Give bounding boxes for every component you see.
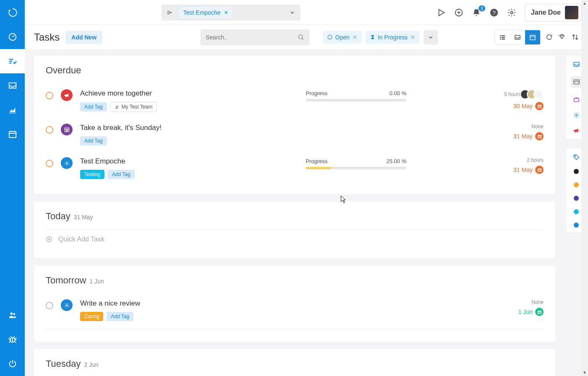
task-row[interactable]: Test Empoche Testing Add Tag Progress25.… xyxy=(46,151,544,185)
app-logo[interactable] xyxy=(0,0,25,25)
play-icon[interactable] xyxy=(437,8,446,17)
context-selector[interactable]: Test Empoche ✕ xyxy=(161,5,300,21)
calendar-star-icon xyxy=(61,124,73,135)
rail-bullhorn-icon[interactable] xyxy=(573,127,580,134)
sidebar-team-icon[interactable] xyxy=(0,303,25,327)
context-chip[interactable]: Test Empoche ✕ xyxy=(179,7,232,18)
task-hours: 5 hours xyxy=(504,91,521,97)
sidebar-analytics-icon[interactable] xyxy=(0,98,25,122)
task-date[interactable]: 30 May xyxy=(513,102,544,110)
svg-line-17 xyxy=(14,342,16,343)
svg-point-70 xyxy=(575,114,577,116)
task-checkbox[interactable] xyxy=(46,126,53,134)
filter-open-label: Open xyxy=(335,34,349,41)
rail-dot-orange[interactable] xyxy=(574,182,579,187)
tag-testing[interactable]: Testing xyxy=(80,170,104,179)
sort-icon[interactable] xyxy=(572,34,579,41)
filter-inprogress-close-icon[interactable]: ✕ xyxy=(410,34,415,41)
add-new-button[interactable]: Add New xyxy=(65,31,102,44)
context-chip-label: Test Empoche xyxy=(183,9,221,16)
tags-icon[interactable] xyxy=(559,34,566,41)
rail-archive-icon[interactable] xyxy=(571,76,582,88)
hourglass-icon xyxy=(370,34,375,40)
filter-chip-open[interactable]: Open ✕ xyxy=(323,31,361,44)
rail-dot-cyan[interactable] xyxy=(574,209,579,214)
user-menu[interactable]: Jane Doe xyxy=(525,4,581,21)
task-checkbox[interactable] xyxy=(46,160,53,167)
search-box[interactable] xyxy=(200,29,310,45)
gear-icon xyxy=(61,157,73,169)
svg-rect-58 xyxy=(538,169,541,171)
section-title-tuesday: Tuesday xyxy=(46,358,81,369)
sidebar-tasks-icon[interactable] xyxy=(0,49,25,73)
view-list-icon[interactable] xyxy=(495,30,510,44)
refresh-icon[interactable] xyxy=(546,34,553,41)
filter-dropdown-icon[interactable] xyxy=(424,30,438,44)
svg-rect-36 xyxy=(500,35,501,36)
svg-rect-38 xyxy=(500,37,501,38)
view-inbox-icon[interactable] xyxy=(510,30,525,44)
content-scroll[interactable]: Overdue Achieve more together Add Tag M xyxy=(25,49,565,376)
section-date-today: 31 May xyxy=(74,214,93,220)
section-date-tuesday: 2 Jun xyxy=(84,361,99,368)
rail-inbox-icon[interactable] xyxy=(573,61,580,68)
context-prefix-icon xyxy=(161,9,177,16)
filter-open-close-icon[interactable]: ✕ xyxy=(352,34,357,41)
svg-line-12 xyxy=(8,337,10,339)
task-row[interactable]: Write a nice review Caring Add Tag None … xyxy=(46,293,544,327)
task-date[interactable]: 31 May xyxy=(513,132,544,140)
task-date[interactable]: 1 Jun xyxy=(518,308,544,316)
sidebar-dashboard-icon[interactable] xyxy=(0,25,25,49)
add-tag-button[interactable]: Add Tag xyxy=(108,170,135,179)
rail-gear-icon[interactable] xyxy=(573,112,580,119)
sidebar-power-icon[interactable] xyxy=(0,352,25,376)
task-row[interactable]: Take a break, it's Sunday! Add Tag None … xyxy=(46,118,544,151)
rail-dot-blue[interactable] xyxy=(574,223,579,228)
task-hours: None xyxy=(531,124,544,130)
svg-line-13 xyxy=(15,337,16,339)
notifications-icon[interactable]: 3 xyxy=(472,8,481,17)
help-icon[interactable]: ? xyxy=(489,8,499,17)
add-tag-button[interactable]: Add Tag xyxy=(80,102,107,112)
user-name: Jane Doe xyxy=(531,9,561,16)
sidebar-inbox-icon[interactable] xyxy=(0,73,25,98)
svg-line-34 xyxy=(302,38,303,39)
add-tag-button[interactable]: Add Tag xyxy=(107,312,133,321)
rail-dot-black[interactable] xyxy=(574,169,579,174)
sidebar-calendar-icon[interactable] xyxy=(0,122,25,146)
vertical-scrollbar[interactable]: ▲ ▼ xyxy=(581,0,588,376)
search-input[interactable] xyxy=(206,34,298,41)
context-caret-icon[interactable] xyxy=(284,10,300,16)
task-title: Take a break, it's Sunday! xyxy=(80,124,298,132)
svg-rect-39 xyxy=(502,37,505,38)
search-icon xyxy=(298,34,304,41)
view-toggle-group xyxy=(494,30,541,45)
task-avatars[interactable] xyxy=(523,89,544,99)
main-sidebar xyxy=(0,0,25,376)
task-row[interactable]: Achieve more together Add Tag My Test Te… xyxy=(46,83,544,118)
task-checkbox[interactable] xyxy=(46,302,53,309)
bullhorn-icon xyxy=(61,89,73,101)
svg-rect-51 xyxy=(538,105,541,107)
add-tag-button[interactable]: Add Tag xyxy=(80,136,107,145)
section-title-overdue: Overdue xyxy=(46,65,544,76)
tag-caring[interactable]: Caring xyxy=(80,312,103,321)
task-date[interactable]: 31 May xyxy=(513,166,544,174)
rail-tag-icon[interactable] xyxy=(573,153,580,161)
filter-chip-inprogress[interactable]: In Progress ✕ xyxy=(366,31,420,44)
page-title: Tasks xyxy=(34,31,60,43)
quick-add-input[interactable]: Quick Add Task xyxy=(46,229,544,249)
task-progress: Progress25.00 % xyxy=(306,158,406,169)
context-chip-close-icon[interactable]: ✕ xyxy=(224,10,228,16)
settings-icon[interactable] xyxy=(507,8,516,17)
add-circle-icon[interactable] xyxy=(454,8,463,17)
svg-point-49 xyxy=(116,106,117,107)
rail-dot-indigo[interactable] xyxy=(574,196,579,201)
sidebar-bug-icon[interactable] xyxy=(0,327,25,352)
svg-rect-41 xyxy=(502,39,505,39)
rail-briefcase-icon[interactable] xyxy=(573,96,580,103)
task-checkbox[interactable] xyxy=(46,92,53,99)
view-calendar-icon[interactable] xyxy=(525,30,540,44)
team-tag[interactable]: My Test Team xyxy=(110,102,157,112)
topbar: Test Empoche ✕ 3 xyxy=(25,0,588,25)
